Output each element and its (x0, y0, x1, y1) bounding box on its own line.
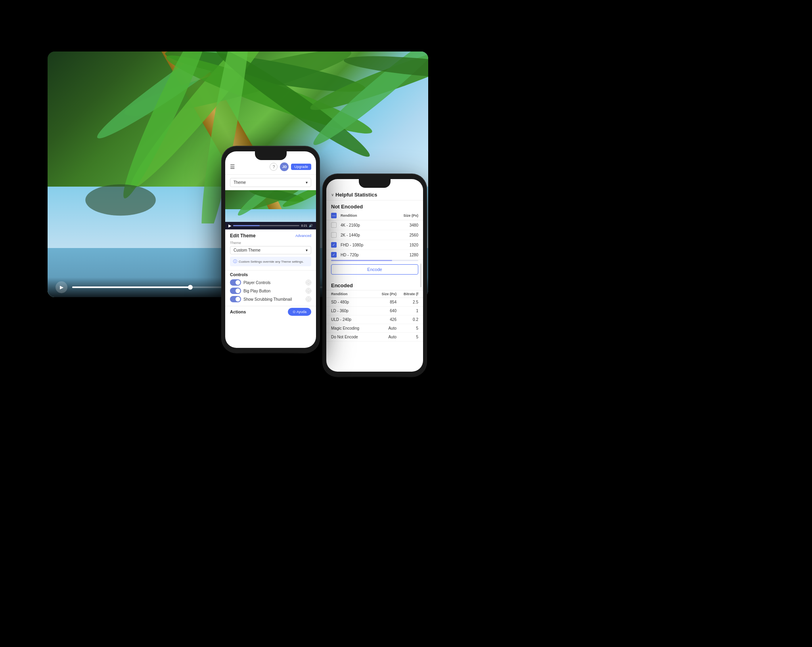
custom-theme-value: Custom Theme (234, 248, 260, 252)
actions-section: Actions ⊙ Ayuda (225, 306, 316, 317)
video-preview (225, 190, 316, 222)
encoded-bitrate-sd: 2.5 (396, 300, 418, 304)
checkbox-2k[interactable] (331, 232, 337, 238)
player-controls-toggle-thumb (236, 280, 240, 285)
scrubbing-thumbnail-row: Show Scrubbing Thumbnail ⓘ (230, 296, 311, 302)
hamburger-icon[interactable]: ☰ (230, 164, 235, 170)
phone-left-content: ☰ ? JD Upgrade Theme ▾ (225, 151, 316, 348)
encoded-row: LD - 360p 640 1 (326, 307, 423, 315)
help-button[interactable]: ? (270, 163, 278, 171)
big-play-button-toggle-thumb (236, 288, 240, 293)
header-checkbox-col: — (331, 213, 341, 218)
edit-theme-header: Edit Theme Advanced (230, 233, 311, 239)
size-2k: 2560 (391, 233, 418, 237)
laptop-play-button[interactable]: ▶ (56, 281, 67, 293)
svg-point-10 (343, 52, 428, 83)
rendition-col-header: Rendition (341, 214, 391, 218)
row-check-hd: ✓ (331, 252, 341, 258)
laptop-progress-thumb (188, 285, 193, 290)
controls-title: Controls (230, 272, 311, 277)
encoded-size-header: Size (Px) (373, 292, 396, 296)
not-encoded-title: Not Encoded (326, 200, 423, 211)
big-play-button-label: Big Play Button (243, 289, 270, 293)
rendition-hd: HD - 720p (341, 253, 391, 257)
encoded-rendition-uld: ULD - 240p (331, 317, 373, 322)
edit-theme-section: Edit Theme Advanced Theme Custom Theme ▾… (225, 229, 316, 270)
scrubbing-thumbnail-label: Show Scrubbing Thumbnail (243, 297, 292, 302)
big-play-button-toggle[interactable] (230, 288, 241, 294)
checkbox-fhd[interactable]: ✓ (331, 242, 337, 248)
helpful-statistics-header: ∨ Helpful Statistics (326, 189, 423, 200)
encoded-rendition-magic: Magic Encoding (331, 326, 373, 330)
phone-volume-icon[interactable]: 🔊 (309, 224, 313, 227)
encoded-bitrate-header: Bitrate (f (396, 292, 418, 296)
edit-theme-title: Edit Theme (230, 233, 256, 239)
player-controls-toggle[interactable] (230, 279, 241, 286)
custom-settings-info: ⓘ Custom Settings override any Theme set… (230, 257, 311, 266)
chevron-down-icon: ▾ (306, 180, 308, 185)
theme-dropdown[interactable]: Theme ▾ (230, 178, 311, 187)
phone-progress-fill (233, 225, 260, 226)
big-play-button-left: Big Play Button (230, 288, 270, 294)
theme-label: Theme (230, 241, 311, 245)
size-4k: 3480 (391, 223, 418, 227)
player-controls-left: Player Controls (230, 279, 270, 286)
chevron-icon: ∨ (331, 193, 334, 197)
phone-right-notch (359, 179, 391, 188)
row-check-fhd: ✓ (331, 242, 341, 248)
encoded-size-ld: 640 (373, 309, 396, 313)
avatar: JD (280, 162, 289, 171)
theme-dropdown-label: Theme (234, 180, 246, 185)
ayuda-button[interactable]: ⊙ Ayuda (288, 308, 311, 316)
table-row: 4K - 2160p 3480 (326, 220, 423, 230)
scrubbing-thumbnail-info-icon[interactable]: ⓘ (306, 296, 311, 302)
encoded-row: Do Not Encode Auto 5 (326, 333, 423, 342)
scroll-indicator (420, 263, 421, 287)
laptop-progress-fill (72, 286, 190, 288)
advanced-link[interactable]: Advanced (295, 234, 311, 238)
header-checkbox[interactable]: — (331, 213, 337, 218)
rendition-2k: 2K - 1440p (341, 233, 391, 237)
actions-title: Actions (230, 309, 246, 314)
hd-progress-fill (331, 260, 392, 261)
row-check-4k (331, 222, 341, 228)
phone-left-header-right: ? JD Upgrade (270, 162, 311, 171)
table-row: 2K - 1440p 2560 (326, 230, 423, 240)
encoded-size-uld: 426 (373, 317, 396, 322)
helpful-statistics-title: Helpful Statistics (335, 192, 377, 198)
encoded-bitrate-ld: 1 (396, 309, 418, 313)
player-controls-info-icon[interactable]: ⓘ (306, 280, 311, 285)
encoded-rendition-header: Rendition (331, 292, 373, 296)
encoded-table-header: Rendition Size (Px) Bitrate (f (326, 290, 423, 298)
big-play-button-row: Big Play Button ⓘ (230, 288, 311, 294)
not-encoded-table-header: — Rendition Size (Px) (326, 211, 423, 220)
info-circle-icon: ⓘ (233, 259, 237, 264)
encode-button[interactable]: Encode (331, 264, 418, 275)
encoded-size-sd: 854 (373, 300, 396, 304)
checkbox-hd[interactable]: ✓ (331, 252, 337, 258)
checkbox-4k[interactable] (331, 222, 337, 228)
phone-progress-bar[interactable] (233, 225, 299, 226)
size-col-header: Size (Px) (391, 214, 418, 218)
rendition-fhd: FHD - 1080p (341, 243, 391, 247)
phone-right: ∨ Helpful Statistics Not Encoded — Rendi… (323, 174, 426, 376)
encoded-row: SD - 480p 854 2.5 (326, 298, 423, 307)
big-play-button-info-icon[interactable]: ⓘ (306, 288, 311, 294)
size-fhd: 1920 (391, 243, 418, 247)
theme-section: Theme ▾ (225, 175, 316, 190)
phone-right-screen: ∨ Helpful Statistics Not Encoded — Rendi… (326, 179, 423, 372)
encoded-bitrate-magic: 5 (396, 326, 418, 330)
scrubbing-thumbnail-toggle[interactable] (230, 296, 241, 302)
custom-theme-select[interactable]: Custom Theme ▾ (230, 246, 311, 254)
encoded-rendition-ld: LD - 360p (331, 309, 373, 313)
check-icon-hd: ✓ (332, 253, 335, 257)
phone-left-notch (255, 151, 287, 160)
player-controls-label: Player Controls (243, 281, 270, 285)
phone-right-content: ∨ Helpful Statistics Not Encoded — Rendi… (326, 179, 423, 372)
encoded-row: ULD - 240p 426 0.2 (326, 315, 423, 324)
encoded-bitrate-dne: 5 (396, 335, 418, 339)
phone-play-button[interactable]: ▶ (228, 223, 232, 228)
upgrade-button[interactable]: Upgrade (291, 164, 311, 170)
svg-point-8 (306, 52, 428, 118)
size-hd: 1280 (391, 253, 418, 257)
